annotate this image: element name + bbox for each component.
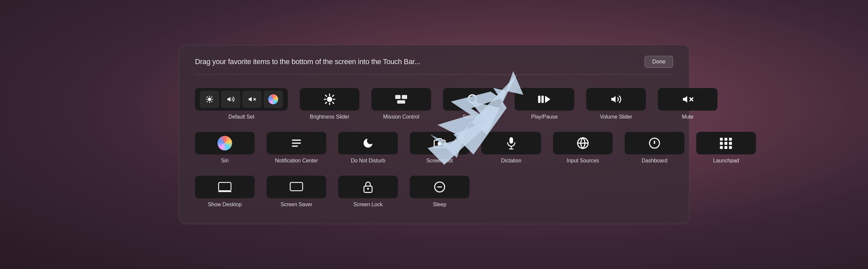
do-not-disturb-label: Do Not Disturb bbox=[351, 158, 385, 164]
svg-rect-43 bbox=[720, 138, 723, 141]
default-set-label: Default Set bbox=[228, 114, 254, 120]
dictation-label: Dictation bbox=[501, 158, 521, 164]
svg-rect-52 bbox=[218, 182, 231, 191]
svg-rect-21 bbox=[395, 95, 401, 99]
mute-mini-icon bbox=[242, 91, 261, 108]
item-default-set[interactable]: Default Set bbox=[195, 88, 288, 120]
spotlight-label: Spotlight bbox=[463, 114, 483, 120]
svg-line-18 bbox=[333, 102, 334, 103]
svg-rect-48 bbox=[729, 142, 732, 145]
item-mute[interactable]: Mute bbox=[658, 88, 717, 120]
svg-rect-51 bbox=[729, 146, 732, 149]
done-button[interactable]: Done bbox=[645, 56, 673, 68]
panel-header: Drag your favorite items to the bottom o… bbox=[195, 56, 673, 75]
mute-icon bbox=[681, 93, 694, 105]
svg-rect-47 bbox=[724, 142, 727, 145]
svg-rect-46 bbox=[720, 142, 723, 145]
screen-lock-button[interactable] bbox=[338, 176, 398, 198]
show-desktop-button[interactable] bbox=[195, 176, 255, 198]
screenshot-button[interactable] bbox=[410, 132, 469, 155]
item-siri[interactable]: Siri bbox=[195, 132, 255, 164]
row-2: Siri Notification Center bbox=[195, 132, 673, 164]
default-set-button[interactable] bbox=[195, 88, 288, 111]
svg-point-34 bbox=[438, 142, 442, 146]
item-volume-slider[interactable]: Volume Slider bbox=[586, 88, 646, 120]
show-desktop-icon bbox=[218, 182, 231, 192]
item-sleep[interactable]: Sleep bbox=[410, 176, 469, 208]
siri-orb-icon bbox=[217, 136, 232, 151]
volume-icon bbox=[610, 93, 622, 105]
input-sources-button[interactable] bbox=[553, 132, 613, 155]
items-grid: Default Set B bbox=[195, 88, 673, 208]
mission-control-button[interactable] bbox=[371, 88, 431, 111]
item-launchpad[interactable]: Launchpad bbox=[696, 132, 756, 164]
spotlight-button[interactable] bbox=[443, 88, 503, 111]
item-screenshot[interactable]: Screenshot bbox=[410, 132, 469, 164]
do-not-disturb-button[interactable] bbox=[338, 132, 398, 155]
screenshot-label: Screenshot bbox=[426, 158, 453, 164]
default-set-icons bbox=[200, 91, 283, 108]
svg-rect-22 bbox=[402, 95, 407, 99]
screen-lock-label: Screen Lock bbox=[353, 201, 382, 208]
brightness-slider-label: Brightness Slider bbox=[310, 114, 349, 120]
svg-rect-27 bbox=[541, 96, 544, 103]
svg-line-17 bbox=[326, 95, 327, 96]
brightness-icon bbox=[323, 93, 336, 106]
svg-rect-50 bbox=[724, 146, 727, 149]
dashboard-icon bbox=[649, 137, 660, 149]
mission-control-icon bbox=[395, 94, 408, 105]
launchpad-button[interactable] bbox=[696, 132, 756, 155]
siri-button[interactable] bbox=[195, 132, 255, 155]
input-sources-icon bbox=[577, 137, 589, 150]
svg-line-25 bbox=[475, 102, 478, 104]
siri-mini-icon bbox=[264, 91, 283, 108]
item-show-desktop[interactable]: Show Desktop bbox=[195, 176, 255, 208]
brightness-slider-button[interactable] bbox=[300, 88, 360, 111]
sleep-button[interactable] bbox=[410, 176, 469, 198]
sleep-icon bbox=[434, 181, 445, 193]
item-notification-center[interactable]: Notification Center bbox=[267, 132, 326, 164]
play-pause-button[interactable] bbox=[515, 88, 574, 111]
svg-line-19 bbox=[326, 102, 327, 103]
sleep-label: Sleep bbox=[433, 201, 446, 208]
svg-point-56 bbox=[367, 188, 369, 190]
item-screen-saver[interactable]: Screen Saver bbox=[267, 176, 326, 208]
svg-line-8 bbox=[207, 101, 208, 102]
spotlight-icon bbox=[467, 93, 479, 105]
do-not-disturb-icon bbox=[362, 137, 374, 149]
show-desktop-label: Show Desktop bbox=[208, 201, 242, 208]
screenshot-icon bbox=[433, 137, 446, 149]
row-3: Show Desktop Screen Saver bbox=[195, 176, 673, 208]
screen-saver-button[interactable] bbox=[267, 176, 326, 198]
play-pause-label: Play/Pause bbox=[531, 114, 558, 120]
item-dictation[interactable]: Dictation bbox=[482, 132, 541, 164]
svg-point-1 bbox=[208, 98, 211, 101]
svg-rect-54 bbox=[290, 182, 303, 191]
item-screen-lock[interactable]: Screen Lock bbox=[338, 176, 398, 208]
launchpad-icon bbox=[719, 137, 733, 149]
item-spotlight[interactable]: Spotlight bbox=[443, 88, 503, 120]
launchpad-label: Launchpad bbox=[713, 158, 739, 164]
svg-rect-45 bbox=[729, 138, 732, 141]
item-mission-control[interactable]: Mission Control bbox=[371, 88, 431, 120]
notification-center-button[interactable] bbox=[267, 132, 326, 155]
svg-line-20 bbox=[333, 95, 334, 96]
svg-point-12 bbox=[327, 97, 332, 102]
mute-button[interactable] bbox=[658, 88, 717, 111]
screen-saver-label: Screen Saver bbox=[280, 201, 312, 208]
svg-rect-35 bbox=[509, 137, 513, 143]
svg-line-7 bbox=[212, 101, 212, 102]
svg-rect-49 bbox=[720, 146, 723, 149]
volume-slider-button[interactable] bbox=[586, 88, 646, 111]
touch-bar-customizer: Drag your favorite items to the bottom o… bbox=[179, 45, 689, 224]
dictation-button[interactable] bbox=[482, 132, 541, 155]
dashboard-button[interactable] bbox=[625, 132, 684, 155]
item-play-pause[interactable]: Play/Pause bbox=[515, 88, 574, 120]
row-1: Default Set B bbox=[195, 88, 673, 120]
item-do-not-disturb[interactable]: Do Not Disturb bbox=[338, 132, 398, 164]
item-input-sources[interactable]: Input Sources bbox=[553, 132, 613, 164]
item-brightness-slider[interactable]: Brightness Slider bbox=[300, 88, 360, 120]
notification-center-icon bbox=[291, 137, 302, 149]
item-dashboard[interactable]: Dashboard bbox=[625, 132, 684, 164]
dictation-icon bbox=[506, 137, 517, 150]
